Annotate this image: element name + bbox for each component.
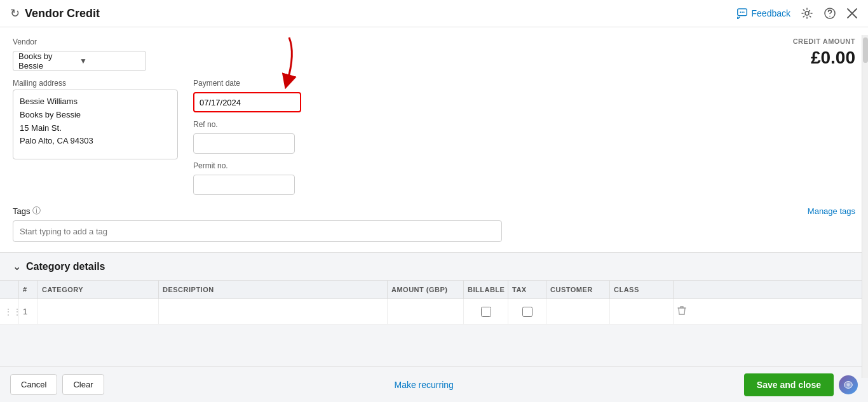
scrollbar-thumb[interactable] — [863, 37, 868, 63]
tax-checkbox[interactable] — [522, 307, 532, 317]
col-amount: AMOUNT (GBP) — [388, 281, 464, 298]
cell-tax — [508, 299, 546, 324]
svg-point-3 — [743, 11, 744, 13]
tags-section: Tags ⓘ Manage tags — [13, 205, 855, 242]
col-category: CATEGORY — [38, 281, 159, 298]
cell-category[interactable] — [38, 299, 159, 324]
cell-drag: ⋮⋮ — [0, 299, 19, 324]
settings-button[interactable] — [801, 7, 813, 20]
credit-amount-label: CREDIT AMOUNT — [793, 37, 855, 45]
footer-center: Make recurring — [104, 380, 744, 390]
cell-number: 1 — [19, 299, 38, 324]
col-class: CLASS — [610, 281, 674, 298]
history-icon[interactable]: ↻ — [10, 6, 20, 20]
feedback-button[interactable]: Feedback — [736, 8, 790, 19]
col-number: # — [19, 281, 38, 298]
vendor-section: Vendor Books by Bessie ▼ — [13, 37, 146, 71]
table-row: ⋮⋮ 1 — [0, 299, 868, 325]
category-chevron-icon[interactable]: ⌄ — [13, 260, 21, 272]
mailing-address-label: Mailing address — [13, 79, 178, 88]
address-line-1: Bessie Williams — [20, 95, 171, 109]
table-wrapper: # CATEGORY DESCRIPTION AMOUNT (GBP) BILL… — [0, 280, 868, 325]
payment-date-group: Payment date 07/17/2024 — [193, 79, 301, 112]
tags-info-icon: ⓘ — [32, 205, 41, 217]
cell-amount[interactable] — [388, 299, 464, 324]
cell-class[interactable] — [610, 299, 674, 324]
category-details-section: ⌄ Category details # CATEGORY DESCRIPTIO… — [0, 253, 868, 325]
main-content: Vendor Books by Bessie ▼ CREDIT AMOUNT £… — [0, 27, 868, 366]
delete-row-button[interactable] — [677, 305, 686, 318]
cancel-button[interactable]: Cancel — [10, 374, 57, 395]
clear-button[interactable]: Clear — [62, 374, 104, 395]
vendor-dropdown[interactable]: Books by Bessie ▼ — [13, 51, 146, 71]
permit-no-input[interactable] — [193, 175, 295, 195]
category-input[interactable] — [42, 307, 154, 316]
form-fields-row: Mailing address Bessie Williams Books by… — [13, 79, 855, 195]
header: ↻ Vendor Credit Feedback — [0, 0, 868, 27]
svg-point-2 — [742, 11, 743, 13]
ref-no-input[interactable] — [193, 133, 295, 154]
tags-input[interactable] — [13, 220, 502, 242]
footer-left: Cancel Clear — [10, 374, 104, 395]
credit-amount-section: CREDIT AMOUNT £0.00 — [793, 37, 855, 68]
ref-no-group: Ref no. — [193, 120, 301, 154]
category-header: ⌄ Category details — [0, 253, 868, 280]
payment-date-label: Payment date — [193, 79, 301, 88]
close-button[interactable] — [846, 8, 858, 19]
payment-date-input[interactable]: 07/17/2024 — [194, 93, 301, 111]
save-close-button[interactable]: Save and close — [744, 373, 834, 396]
cell-billable — [464, 299, 508, 324]
feedback-label: Feedback — [752, 8, 790, 18]
svg-point-1 — [740, 11, 741, 13]
make-recurring-link[interactable]: Make recurring — [395, 380, 454, 390]
table-header: # CATEGORY DESCRIPTION AMOUNT (GBP) BILL… — [0, 281, 868, 299]
address-line-4: Palo Alto, CA 94303 — [20, 135, 171, 148]
cell-description[interactable] — [159, 299, 388, 324]
col-tax: TAX — [508, 281, 546, 298]
vendor-selected-value: Books by Bessie — [18, 51, 79, 70]
footer: Cancel Clear Make recurring Save and clo… — [0, 366, 868, 402]
permit-no-group: Permit no. — [193, 161, 301, 195]
tags-label-text: Tags — [13, 206, 30, 216]
manage-tags-link[interactable]: Manage tags — [808, 206, 855, 216]
vendor-label: Vendor — [13, 37, 146, 46]
col-drag — [0, 281, 19, 298]
col-billable: BILLABLE — [464, 281, 508, 298]
header-right: Feedback — [736, 7, 858, 20]
ai-brain-icon[interactable] — [839, 375, 858, 394]
trash-icon — [677, 305, 686, 316]
address-line-2: Books by Bessie — [20, 109, 171, 122]
vendor-row: Vendor Books by Bessie ▼ CREDIT AMOUNT £… — [13, 37, 855, 71]
class-input[interactable] — [614, 307, 669, 316]
form-area: Vendor Books by Bessie ▼ CREDIT AMOUNT £… — [0, 27, 868, 253]
address-line-3: 15 Main St. — [20, 122, 171, 135]
col-delete — [674, 281, 699, 298]
page-title: Vendor Credit — [25, 7, 100, 20]
close-icon — [846, 8, 858, 19]
form-middle-row: Mailing address Bessie Williams Books by… — [13, 79, 855, 195]
vendor-chevron-icon: ▼ — [79, 57, 140, 65]
header-left: ↻ Vendor Credit — [10, 6, 100, 20]
customer-input[interactable] — [550, 307, 606, 316]
footer-right: Save and close — [744, 373, 858, 396]
svg-point-4 — [805, 11, 809, 15]
payment-ref-section: Payment date 07/17/2024 — [193, 79, 301, 195]
col-customer: CUSTOMER — [546, 281, 610, 298]
help-button[interactable] — [824, 7, 836, 20]
description-input[interactable] — [163, 307, 383, 316]
category-title: Category details — [26, 261, 105, 272]
gear-icon — [801, 7, 813, 20]
ref-no-label: Ref no. — [193, 120, 301, 129]
permit-no-label: Permit no. — [193, 161, 301, 170]
amount-input[interactable] — [391, 307, 459, 316]
cell-customer[interactable] — [546, 299, 610, 324]
tags-row: Tags ⓘ Manage tags — [13, 205, 855, 217]
brain-svg — [843, 379, 854, 391]
mailing-address-section: Mailing address Bessie Williams Books by… — [13, 79, 178, 195]
feedback-icon — [736, 8, 748, 19]
payment-date-input-wrapper: 07/17/2024 — [193, 92, 301, 112]
col-description: DESCRIPTION — [159, 281, 388, 298]
scrollbar-track[interactable] — [862, 35, 868, 378]
billable-checkbox[interactable] — [481, 307, 491, 317]
help-icon — [824, 7, 836, 20]
